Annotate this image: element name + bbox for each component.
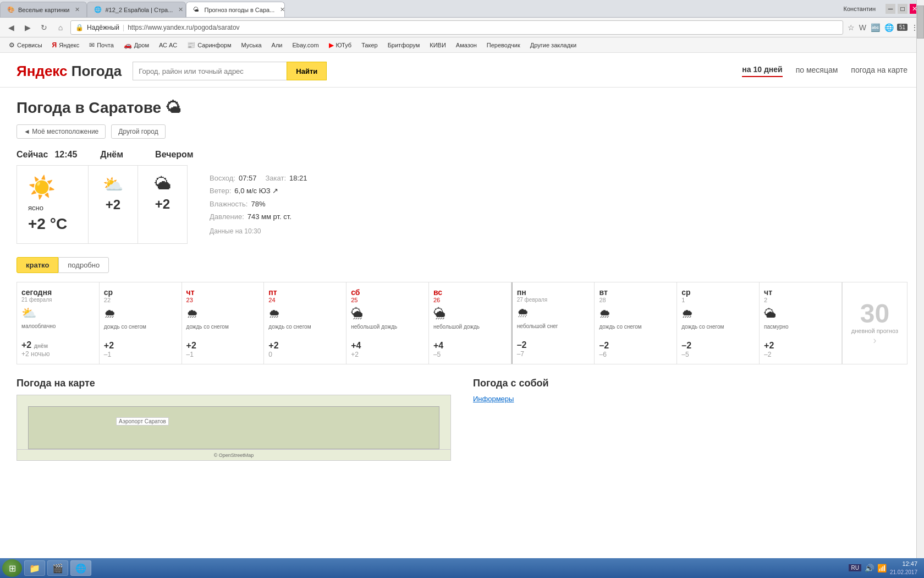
bm-muska[interactable]: Муська <box>237 41 266 50</box>
search-button[interactable]: Найти <box>287 62 327 80</box>
fri24-date: 24 <box>268 297 342 303</box>
forecast-thu23: чт 23 🌧 дождь со снегом +2 –1 <box>182 282 265 364</box>
evening-period-icon: 🌥 <box>155 175 171 193</box>
tab-bar: 🎨 Веселые картинки ✕ 🌐 #12_2 Española | … <box>0 0 838 17</box>
forecast-tue28: вт 28 🌧 дождь со снегом –2 –6 <box>595 282 677 364</box>
nav-months[interactable]: по месяцам <box>796 66 838 77</box>
bm-amazon-label: Амазон <box>456 42 477 48</box>
sat25-condition: небольшой дождь <box>351 323 424 339</box>
yandex-logo[interactable]: Яндекс Погода <box>16 63 122 80</box>
companion-title: Погода с собой <box>473 378 908 389</box>
bm-drom[interactable]: 🚗Дром <box>119 40 153 50</box>
tab-3[interactable]: 🌤 Прогноз погоды в Сара... ✕ <box>186 2 285 17</box>
home-button[interactable]: ⌂ <box>54 21 67 34</box>
bm-other[interactable]: Другие закладки <box>526 41 581 50</box>
tue28-temp-night: –6 <box>599 351 672 358</box>
sat25-temp-night: +2 <box>351 351 424 358</box>
bm-amazon[interactable]: Амазон <box>452 41 481 50</box>
bm-muska-label: Муська <box>241 42 262 48</box>
bm-kiwi[interactable]: КИВИ <box>425 41 450 50</box>
maximize-button[interactable]: □ <box>898 4 908 14</box>
bm-youtube[interactable]: ▶ЮТуб <box>324 40 356 50</box>
nav-10days[interactable]: на 10 дней <box>742 65 782 77</box>
other-city-button[interactable]: Другой город <box>111 124 165 139</box>
ext-icon-3[interactable]: 🌐 <box>883 22 895 33</box>
mon27-date: 27 февраля <box>517 297 590 303</box>
sunrise-row: Восход: 07:57 Закат: 18:21 <box>210 172 897 184</box>
bm-sarinform[interactable]: 📰Саринформ <box>183 40 235 50</box>
ext-icon-1[interactable]: W <box>858 22 867 33</box>
minimize-button[interactable]: ─ <box>886 4 895 14</box>
ext-icon-4[interactable]: 51 <box>897 24 908 31</box>
page-title: Погода в Саратове 🌤 <box>16 99 908 117</box>
bm-services[interactable]: ⚙Сервисы <box>4 40 47 50</box>
today-temp-day: +2 днём <box>21 340 95 350</box>
wed22-date: 22 <box>104 297 177 303</box>
star-icon[interactable]: ☆ <box>846 22 856 33</box>
bm-services-label: Сервисы <box>17 42 42 48</box>
ext-icon-2[interactable]: 🔤 <box>870 22 881 33</box>
informers-link[interactable]: Информеры <box>473 395 514 403</box>
bm-britforum-label: Бритфорум <box>388 42 420 48</box>
bm-asas[interactable]: АС АС <box>155 41 182 50</box>
tab-2-close[interactable]: ✕ <box>178 6 183 13</box>
humidity-value: 78% <box>251 198 265 210</box>
today-icon: ⛅ <box>21 306 95 320</box>
scrollbar-thumb[interactable] <box>917 6 924 39</box>
evening-temp: +2 <box>155 197 170 212</box>
tue28-icon: 🌧 <box>599 307 672 321</box>
sat25-date: 25 <box>351 297 424 303</box>
current-details: Восход: 07:57 Закат: 18:21 Ветер: 6,0 м/… <box>199 165 908 244</box>
wind-row: Ветер: 6,0 м/с ЮЗ ↗ <box>210 184 897 197</box>
bm-ali[interactable]: Али <box>267 41 287 50</box>
wed22-icon: 🌧 <box>104 307 177 321</box>
wed1-condition: дождь со снегом <box>681 323 755 339</box>
address-bar[interactable]: 🔒 Надёжный | https://www.yandex.ru/pogod… <box>70 20 843 35</box>
scrollbar[interactable] <box>916 0 924 472</box>
day-temp: +2 <box>106 197 120 212</box>
bm-yandex[interactable]: ЯЯндекс <box>48 40 84 50</box>
current-now: ☀️ ясно +2 °С <box>17 166 89 243</box>
youtube-icon: ▶ <box>329 41 334 49</box>
bm-translator[interactable]: Переводчик <box>482 41 525 50</box>
my-location-button[interactable]: ◄ Моё местоположение <box>16 124 106 139</box>
wind-label: Ветер: <box>210 184 231 197</box>
tue28-temp-day: –2 <box>599 341 672 351</box>
tab-detailed[interactable]: подробно <box>58 257 109 273</box>
refresh-button[interactable]: ↻ <box>37 21 51 34</box>
thirty-day-badge[interactable]: 30 дневной прогноз › <box>842 282 907 364</box>
fri24-name: пт <box>268 288 342 297</box>
thu2-date: 2 <box>764 297 837 303</box>
tab-3-close[interactable]: ✕ <box>280 6 285 13</box>
today-condition: малооблачно <box>21 323 95 338</box>
browser-titlebar: 🎨 Веселые картинки ✕ 🌐 #12_2 Española | … <box>0 0 924 18</box>
drom-icon: 🚗 <box>124 41 132 49</box>
tab-brief[interactable]: кратко <box>16 257 58 273</box>
thirty-label: дневной прогноз <box>851 327 898 335</box>
services-icon: ⚙ <box>9 41 15 49</box>
bm-taker[interactable]: Такер <box>357 41 382 50</box>
nav-map[interactable]: погода на карте <box>851 66 908 77</box>
yandex-icon: Я <box>52 41 57 49</box>
current-weather-box: ☀️ ясно +2 °С ⛅ +2 🌥 +2 <box>16 165 188 244</box>
thu23-temp-day: +2 <box>186 341 260 351</box>
map-placeholder[interactable]: Аэропорт Саратов © OpenStreetMap <box>16 395 451 461</box>
back-button[interactable]: ◀ <box>4 21 18 34</box>
pressure-value: 743 мм рт. ст. <box>248 210 292 223</box>
thu23-icon: 🌧 <box>186 307 260 321</box>
tab-3-icon: 🌤 <box>193 6 201 14</box>
current-sun-icon: ☀️ <box>28 175 56 200</box>
tab-2[interactable]: 🌐 #12_2 Española | Стра... ✕ <box>87 2 186 17</box>
mon27-condition: небольшой снег <box>517 323 590 338</box>
city-search-input[interactable] <box>133 62 287 80</box>
thu2-temp-night: –2 <box>764 351 837 358</box>
bm-britforum[interactable]: Бритфорум <box>383 41 425 50</box>
bm-ebay[interactable]: Ebay.com <box>288 41 323 50</box>
tab-1[interactable]: 🎨 Веселые картинки ✕ <box>0 2 87 17</box>
forward-button[interactable]: ▶ <box>21 21 34 34</box>
wed1-date: 1 <box>681 297 755 303</box>
bookmarks-bar: ⚙Сервисы ЯЯндекс ✉Почта 🚗Дром АС АС 📰Сар… <box>0 37 924 53</box>
chevron-right-icon: › <box>873 335 876 346</box>
tab-1-close[interactable]: ✕ <box>75 6 80 13</box>
bm-mail[interactable]: ✉Почта <box>85 40 118 50</box>
